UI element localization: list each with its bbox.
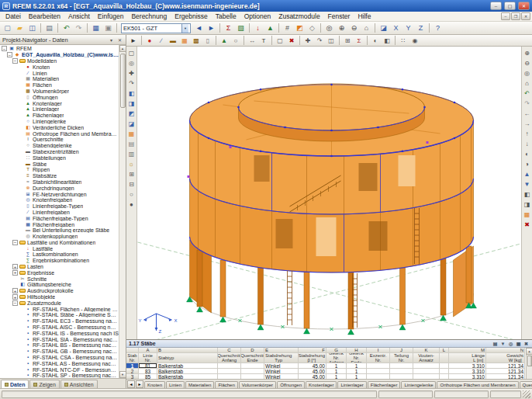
tree-item[interactable]: −Modelldaten [0, 58, 119, 64]
new-support-icon[interactable]: ▲ [219, 36, 230, 46]
menu-item-ergebnisse[interactable]: Ergebnisse [171, 12, 212, 21]
text-comment-icon[interactable]: T [258, 36, 269, 46]
table-cell[interactable]: 1 [326, 374, 347, 379]
table-cell[interactable]: Balkenstab [157, 363, 218, 369]
tree-item[interactable]: ∷Stabteilungen [0, 154, 119, 161]
view-x-icon[interactable]: X [390, 23, 402, 33]
table-tab[interactable]: Knoten [144, 381, 165, 388]
navigator-tab-zeigen[interactable]: Zeigen [29, 380, 59, 388]
table-cell[interactable]: N [486, 348, 525, 353]
tree-item[interactable]: ▦Materialien [0, 76, 119, 82]
zoom-out-view-icon[interactable]: ⊖ [523, 58, 532, 68]
table-cell[interactable]: Gewicht W [kg] [486, 353, 525, 363]
close-button[interactable]: ✕ [518, 2, 530, 10]
zoom-box-icon[interactable]: ◎ [127, 58, 136, 68]
table-cell[interactable]: B [157, 348, 218, 353]
table-scrollbar-thumb[interactable] [527, 356, 532, 366]
chevron-down-icon[interactable]: ▼ [181, 24, 188, 33]
close-panel-icon[interactable]: ✕ [116, 36, 123, 43]
tree-item[interactable]: ≈Stabnichtlinearitäten [0, 179, 119, 186]
half-section-alt-icon[interactable]: ◑ [523, 159, 532, 168]
table-close-icon[interactable]: ✖ [523, 341, 530, 347]
close-view-icon[interactable]: ✖ [523, 220, 532, 229]
table-cell[interactable] [390, 363, 413, 369]
table-cell[interactable]: Winkel [264, 374, 299, 379]
select-window-icon[interactable]: ▢ [275, 36, 285, 46]
render-mode-icon[interactable]: ◩ [294, 23, 306, 33]
table-cell[interactable]: Vouten- Ansatz [413, 353, 440, 363]
clipping-plane-icon[interactable]: ◧ [382, 36, 392, 46]
clip-left-icon[interactable]: ◧ [523, 189, 532, 199]
calculate-all-icon[interactable]: Σ [354, 36, 364, 46]
table-cell[interactable]: 83 [139, 369, 157, 374]
collapse-icon[interactable]: − [12, 58, 18, 64]
table-scroll-up-icon[interactable]: ▲ [526, 348, 532, 355]
table-cell[interactable]: 121.34 [486, 363, 525, 369]
tree-item[interactable]: −▣RFEM [0, 46, 119, 52]
mdi-close-button[interactable]: ✕ [521, 12, 530, 20]
expand-icon[interactable]: + [12, 264, 18, 269]
table-cell[interactable] [218, 374, 241, 379]
pan-right-icon[interactable]: → [523, 119, 532, 128]
menu-item-hilfe[interactable]: Hilfe [354, 12, 375, 21]
resize-grip[interactable] [523, 390, 530, 398]
tree-item[interactable]: ▲Flächenlager [0, 113, 119, 119]
table-tab[interactable]: Materialien [185, 381, 214, 388]
zoom-region-icon[interactable]: ◎ [523, 68, 532, 78]
table-cell[interactable] [440, 353, 449, 363]
expand-icon[interactable]: + [12, 270, 18, 276]
table-tab[interactable]: Volumenkörper [239, 381, 276, 388]
table-cell[interactable]: 1 [326, 363, 347, 369]
table-cell[interactable]: A [139, 348, 157, 353]
visibility-icon[interactable]: ◐ [370, 36, 381, 46]
tree-item[interactable]: ∑Ergebniskombinationen [0, 258, 119, 264]
isometric-view-icon[interactable]: ◪ [378, 23, 389, 33]
pan-down-icon[interactable]: ↓ [523, 139, 532, 148]
zoom-all-icon[interactable]: ⌂ [361, 23, 372, 33]
table-cell[interactable] [440, 369, 449, 374]
tree-item[interactable]: ⊞FE-Netzverdichtungen [0, 191, 119, 197]
table-cell[interactable] [218, 363, 241, 369]
table-cell[interactable] [390, 374, 413, 379]
table-cell[interactable] [367, 369, 390, 374]
table-cell[interactable]: 3.310 [449, 369, 486, 374]
lighting-icon[interactable]: ☼ [127, 159, 136, 168]
tree-item[interactable]: ●Knoten [0, 64, 119, 70]
table-cell[interactable]: 1 [347, 369, 367, 374]
table-cell[interactable]: M [449, 348, 486, 353]
open-icon[interactable]: ▰ [14, 23, 26, 33]
navigator-tab-ansichten[interactable]: Ansichten [60, 380, 98, 388]
tree-item[interactable]: ∕Linienfreigaben [0, 210, 119, 216]
table-cell[interactable]: 81 [139, 363, 157, 369]
view-top-icon[interactable]: ◨ [127, 99, 136, 108]
menu-item-bearbeiten[interactable]: Bearbeiten [25, 12, 64, 21]
show-grid-icon[interactable]: ⊞ [127, 169, 136, 179]
new-solid-icon[interactable]: ▩ [191, 36, 202, 46]
table-settings-icon[interactable]: ▤ [492, 341, 499, 347]
tree-item[interactable]: ○Stabendgelenke [0, 143, 119, 149]
table-cell[interactable]: Linie Nr. [139, 353, 157, 363]
view-z-icon[interactable]: Z [415, 23, 427, 33]
tree-item[interactable]: ▯Öffnungen [0, 94, 119, 100]
view-below-icon[interactable]: ▼ [523, 179, 532, 189]
table-tab[interactable]: Linienlager [337, 381, 366, 388]
mdi-minimize-button[interactable]: – [501, 12, 510, 20]
table-cell[interactable]: F [299, 348, 326, 353]
scroll-up-icon[interactable]: ▲ [119, 45, 126, 52]
numbering-icon[interactable]: # [282, 23, 293, 33]
tables-icon[interactable]: ▦ [90, 23, 102, 33]
collapse-icon[interactable]: − [2, 46, 7, 51]
collapse-icon[interactable]: − [12, 300, 18, 306]
table-cell[interactable] [413, 374, 440, 379]
copy-icon[interactable]: ▣ [102, 23, 114, 33]
menu-item-ansicht[interactable]: Ansicht [64, 12, 94, 21]
table-scrollbar[interactable]: ▲ [526, 348, 532, 379]
tree-item[interactable]: ▦Flächen [0, 82, 119, 88]
table-cell[interactable] [440, 363, 449, 369]
tree-item[interactable]: ▪RF-STAHL Flächen - Allgemeine Spannungs… [0, 306, 119, 312]
table-tab[interactable]: Flächenlager [368, 381, 401, 388]
table-cell[interactable] [367, 363, 390, 369]
menu-item-zusatzmodule[interactable]: Zusatzmodule [275, 12, 323, 21]
tree-item[interactable]: ▪RF-STAHL NTC-DF - Bemessung nach NTC-DF [0, 366, 119, 373]
wireframe-mode-icon[interactable]: ◇ [306, 23, 318, 33]
